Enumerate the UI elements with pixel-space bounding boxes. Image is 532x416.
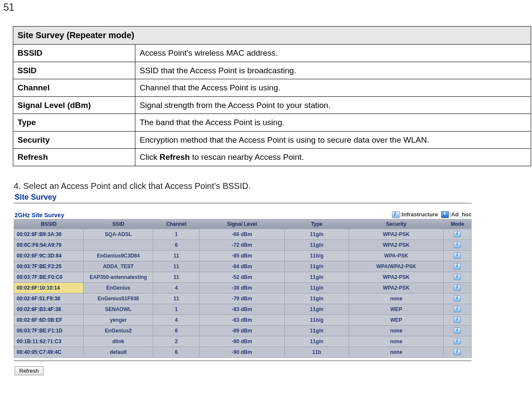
channel-cell: 6 <box>153 239 199 250</box>
infrastructure-icon <box>392 211 400 218</box>
table-row: 00:02:6F:6D:0B:EFyenger4-83 dBm11b/gWEP <box>14 314 472 325</box>
mode-cell <box>443 314 471 325</box>
signal-cell: -90 dBm <box>200 336 285 347</box>
table-row: 00:03:7F:BE:F0:C0EAP350-antennatesting11… <box>14 272 472 282</box>
mode-cell <box>443 229 471 239</box>
type-cell: 11g/n <box>284 239 349 250</box>
bssid-link[interactable]: 00:02:6F:6D:0B:EF <box>17 317 63 323</box>
legend: :Infrastructure :Ad_hoc <box>390 211 472 219</box>
table-row: 00:0C:F6:54:A9:796-72 dBm11g/nWPA2-PSK <box>14 239 472 250</box>
desc-value: Encryption method that the Access Point … <box>135 131 531 149</box>
grid-header: BSSID <box>14 219 84 229</box>
infrastructure-icon <box>454 263 461 269</box>
type-cell: 11g/n <box>284 272 349 282</box>
desc-label: Channel <box>13 79 135 97</box>
mode-cell <box>443 239 471 250</box>
security-cell: none <box>349 347 444 357</box>
table-row: 00:02:6F:B3:4F:38SENAOWL1-83 dBm11g/nWEP <box>14 304 472 314</box>
bssid-link[interactable]: 00:03:7F:BE:F2:25 <box>17 263 62 269</box>
channel-cell: 1 <box>153 304 199 314</box>
infrastructure-icon <box>454 242 461 248</box>
signal-cell: -79 dBm <box>200 293 285 304</box>
security-cell: WPA-PSK <box>349 250 444 261</box>
desc-value: The band that the Access Point is using. <box>135 114 531 132</box>
desc-value: SSID that the Access Point is broadcasti… <box>135 62 531 79</box>
infrastructure-icon <box>454 338 461 344</box>
bssid-link[interactable]: 00:03:7F:BE:F0:C0 <box>17 274 63 280</box>
signal-cell: -84 dBm <box>200 261 285 272</box>
desc-value: Signal strength from the Access Point to… <box>135 96 531 114</box>
refresh-button[interactable]: Refresh <box>15 366 44 375</box>
table-row: 00:02:6F:51:F9:38EnGenius51F93811-79 dBm… <box>14 293 472 304</box>
step-instruction: 4. Select an Access Point and click that… <box>14 181 532 191</box>
type-cell: 11b/g <box>284 250 349 261</box>
signal-cell: -38 dBm <box>200 282 285 293</box>
channel-cell: 11 <box>153 272 199 282</box>
channel-cell: 2 <box>153 336 199 347</box>
bssid-link[interactable]: 00:02:6F:B9:3A:30 <box>17 231 62 237</box>
bssid-link[interactable]: 06:03:7F:BE:F1:1D <box>17 328 63 334</box>
infrastructure-icon <box>454 274 461 280</box>
signal-cell: -52 dBm <box>200 272 285 282</box>
mode-cell <box>443 304 471 314</box>
ssid-cell: yenger <box>84 314 153 325</box>
ssid-cell: default <box>84 347 153 357</box>
ssid-cell: EnGenius9C3D84 <box>84 250 153 261</box>
desc-label: SSID <box>13 62 135 79</box>
desc-label: Type <box>13 114 135 132</box>
table-row: 00:02:6F:B9:3A:30SQA-ADSL1-66 dBm11g/nWP… <box>14 229 472 239</box>
security-cell: WEP <box>349 304 444 314</box>
mode-cell <box>443 261 471 272</box>
desc-value: Click Refresh to rescan nearby Access Po… <box>135 149 531 166</box>
infrastructure-icon <box>454 284 461 291</box>
site-survey-title: Site Survey <box>15 193 472 202</box>
bssid-link[interactable]: 00:0C:F6:54:A9:79 <box>17 242 62 248</box>
security-cell: WPA2-PSK <box>349 239 444 250</box>
infrastructure-icon <box>454 295 461 302</box>
desc-label: Signal Level (dBm) <box>13 96 135 114</box>
grid-header: Security <box>349 219 444 229</box>
table-row: 06:03:7F:BE:F1:1DEnGenius26-89 dBm11g/nn… <box>14 325 472 336</box>
table-row: 00:02:6F:9C:3D:84EnGenius9C3D8411-85 dBm… <box>14 250 472 261</box>
bssid-link[interactable]: 00:02:6F:10:10:14 <box>17 285 60 291</box>
desc-value: Channel that the Access Point is using. <box>135 79 531 97</box>
description-table: Site Survey (Repeater mode) BSSIDAccess … <box>13 26 531 166</box>
signal-cell: -83 dBm <box>200 314 285 325</box>
ssid-cell: SENAOWL <box>84 304 153 314</box>
desc-value: Access Point's wireless MAC address. <box>135 45 531 62</box>
bssid-link[interactable]: 00:1B:11:62:71:C3 <box>17 338 61 344</box>
security-cell: WPA2-PSK <box>349 272 444 282</box>
site-survey-subtitle: 2GHz Site Survey <box>15 212 64 218</box>
security-cell: WPA/WPA2-PSK <box>349 261 444 272</box>
type-cell: 11g/n <box>284 261 349 272</box>
grid-header: Mode <box>443 219 471 229</box>
infrastructure-icon <box>454 317 461 323</box>
security-cell: none <box>349 325 444 336</box>
security-cell: WEP <box>349 314 444 325</box>
signal-cell: -72 dBm <box>200 239 285 250</box>
table-row: 00:02:6F:10:10:14EnGenius4-38 dBm11g/nWP… <box>14 282 472 293</box>
signal-cell: -90 dBm <box>200 347 285 357</box>
type-cell: 11b/g <box>284 314 349 325</box>
adhoc-icon <box>441 211 449 218</box>
mode-cell <box>443 325 471 336</box>
site-survey-grid: BSSIDSSIDChannelSignal LevelTypeSecurity… <box>14 219 472 358</box>
description-title: Site Survey (Repeater mode) <box>13 27 531 45</box>
infrastructure-icon <box>454 327 461 334</box>
ssid-cell <box>84 239 153 250</box>
ssid-cell: EnGenius51F938 <box>84 293 153 304</box>
security-cell: WPA2-PSK <box>349 229 444 239</box>
bssid-link[interactable]: 00:02:6F:51:F9:38 <box>17 296 60 302</box>
grid-header: Channel <box>153 219 199 229</box>
ssid-cell: ADDA_TEST <box>84 261 153 272</box>
security-cell: WPA2-PSK <box>349 282 444 293</box>
bssid-link[interactable]: 00:02:6F:B3:4F:38 <box>17 306 61 312</box>
channel-cell: 4 <box>153 282 199 293</box>
bssid-link[interactable]: 00:40:05:C7:49:4C <box>17 349 61 355</box>
mode-cell <box>443 336 471 347</box>
channel-cell: 4 <box>153 314 199 325</box>
bssid-link[interactable]: 00:02:6F:9C:3D:84 <box>17 253 62 259</box>
legend-infra-label: :Infrastructure <box>400 211 438 218</box>
type-cell: 11g/n <box>284 325 349 336</box>
mode-cell <box>443 282 471 293</box>
